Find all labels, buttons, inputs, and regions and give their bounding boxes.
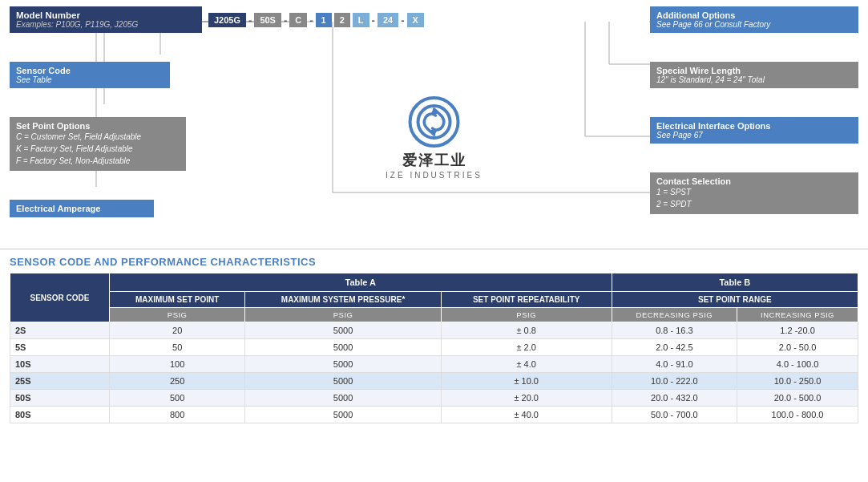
col-header-range: SET POINT RANGE [612,292,858,308]
table-cell: 80S [10,407,110,423]
dash-5: - [401,14,404,26]
model-chain: J205G - 50S - C - 1 2 L - 24 - X [208,13,645,27]
chain-model: J205G [208,13,246,27]
electrical-subtitle: See Page 67 [656,131,852,140]
table-cell: 10.0 - 250.0 [737,373,858,390]
table-cell: 500 [109,390,245,407]
performance-table: SENSOR CODE Table A Table B MAXIMUM SET … [10,273,858,423]
contact-line-2: 2 = SPDT [656,198,852,210]
amperage-title: Electrical Amperage [16,204,147,213]
subhead-psig-1: PSIG [109,308,245,322]
sensor-code-subtitle: See Table [16,75,164,84]
logo-circle [409,96,460,148]
table-cell: 0.8 - 16.3 [612,322,737,339]
right-boxes: Additional Options See Page 66 or Consul… [650,6,858,214]
table-row: 5S505000± 2.02.0 - 42.52.0 - 50.0 [10,339,858,356]
amperage-box: Electrical Amperage [10,200,154,217]
table-cell: 4.0 - 100.0 [737,356,858,373]
table-cell: 5000 [245,373,441,390]
electrical-options-box: Electrical Interface Options See Page 67 [650,117,858,144]
table-cell: 1.2 -20.0 [737,322,858,339]
table-cell: ± 40.0 [441,407,612,423]
chain-additional: X [407,13,424,27]
dash-1: - [248,14,252,26]
table-cell: 2.0 - 50.0 [737,339,858,356]
table-cell: 5000 [245,322,441,339]
table-cell: 4.0 - 91.0 [612,356,737,373]
table-cell: 250 [109,373,245,390]
table-cell: 100.0 - 800.0 [737,407,858,423]
table-cell: 20.0 - 432.0 [612,390,737,407]
table-section: SENSOR CODE AND PERFORMANCE CHARACTERIST… [0,249,868,433]
col-header-max-sys: MAXIMUM SYSTEM PRESSURE* [245,292,441,308]
table-cell: 2S [10,322,110,339]
table-cell: 5000 [245,407,441,423]
additional-options-box: Additional Options See Page 66 or Consul… [650,6,858,33]
setpoint-line-2: K = Factory Set, Field Adjustable [16,143,180,155]
dash-2: - [284,14,287,26]
additional-subtitle: See Page 66 or Consult Factory [656,20,852,29]
table-cell: 100 [109,356,245,373]
subhead-psig-3: PSIG [441,308,612,322]
table-cell: 5000 [245,390,441,407]
setpoint-lines: C = Customer Set, Field Adjustable K = F… [16,131,180,167]
table-row: 10S1005000± 4.04.0 - 91.04.0 - 100.0 [10,356,858,373]
diagram-section: Model Number Examples: P100G, P119G, J20… [0,0,868,249]
setpoint-line-1: C = Customer Set, Field Adjustable [16,131,180,143]
table-cell: 5000 [245,356,441,373]
dash-4: - [372,14,375,26]
setpoint-options-box: Set Point Options C = Customer Set, Fiel… [10,117,186,171]
additional-title: Additional Options [656,10,852,20]
table-cell: ± 20.0 [441,390,612,407]
chain-contact-1: 1 [316,13,332,27]
table-cell: 20.0 - 500.0 [737,390,858,407]
model-number-subtitle: Examples: P100G, P119G, J205G [16,20,196,29]
table-row: 80S8005000± 40.050.0 - 700.0100.0 - 800.… [10,407,858,423]
electrical-title: Electrical Interface Options [656,121,852,131]
table-cell: ± 10.0 [441,373,612,390]
subhead-psig-2: PSIG [245,308,441,322]
sensor-code-box: Sensor Code See Table [10,62,170,88]
model-number-box: Model Number Examples: P100G, P119G, J20… [10,6,202,33]
logo-svg [415,103,454,141]
sensor-code-title: Sensor Code [16,66,164,75]
subhead-decreasing: DECREASING PSIG [612,308,737,322]
table-cell: 10.0 - 222.0 [612,373,737,390]
table-b-header: Table B [612,273,858,292]
chain-electrical: L [353,13,369,27]
col-header-max-set: MAXIMUM SET POINT [109,292,245,308]
wire-title: Special Wire Length [656,66,852,75]
table-cell: 5000 [245,339,441,356]
chain-sensor: 50S [254,13,281,27]
col-header-sensor-code: SENSOR CODE [10,273,110,322]
model-number-title: Model Number [16,10,196,20]
table-cell: 10S [10,356,110,373]
table-row: 25S2505000± 10.010.0 - 222.010.0 - 250.0 [10,373,858,390]
contact-lines: 1 = SPST 2 = SPDT [656,186,852,210]
wire-length-box: Special Wire Length 12" is Standard, 24 … [650,62,858,88]
logo-chinese: 爱泽工业 [402,151,466,170]
left-boxes: Model Number Examples: P100G, P119G, J20… [10,6,202,217]
setpoint-title: Set Point Options [16,121,180,131]
setpoint-line-3: F = Factory Set, Non-Adjustable [16,155,180,167]
chain-wire: 24 [377,13,398,27]
table-a-header: Table A [109,273,612,292]
table-cell: ± 2.0 [441,339,612,356]
table-cell: ± 0.8 [441,322,612,339]
wire-subtitle: 12" is Standard, 24 = 24" Total [656,75,852,84]
table-cell: 5S [10,339,110,356]
dash-3: - [309,14,313,26]
chain-setpoint: C [289,13,307,27]
table-cell: 20 [109,322,245,339]
table-cell: ± 4.0 [441,356,612,373]
contact-line-1: 1 = SPST [656,186,852,198]
contact-title: Contact Selection [656,176,852,186]
table-cell: 50.0 - 700.0 [612,407,737,423]
table-heading: SENSOR CODE AND PERFORMANCE CHARACTERIST… [10,256,858,268]
table-row: 2S205000± 0.80.8 - 16.31.2 -20.0 [10,322,858,339]
subhead-increasing: INCREASING PSIG [737,308,858,322]
col-header-repeatability: SET POINT REPEATABILITY [441,292,612,308]
chain-contact-2: 2 [334,13,350,27]
table-cell: 2.0 - 42.5 [612,339,737,356]
table-row: 50S5005000± 20.020.0 - 432.020.0 - 500.0 [10,390,858,407]
